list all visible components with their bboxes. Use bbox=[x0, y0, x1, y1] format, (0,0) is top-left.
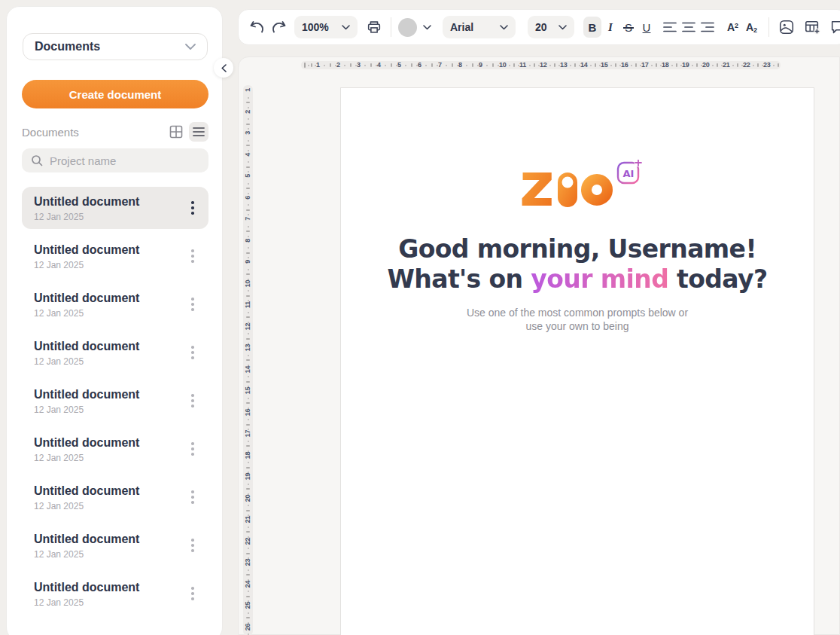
list-view-icon bbox=[193, 127, 205, 137]
editor-toolbar: 100% Arial 20 B I S U A2 A2 bbox=[238, 9, 840, 45]
search-icon bbox=[31, 154, 43, 166]
greeting-line1: Good morning, Username! bbox=[341, 234, 814, 264]
align-center-icon bbox=[682, 22, 695, 32]
underline-button[interactable]: U bbox=[638, 17, 656, 38]
align-right-button[interactable] bbox=[699, 22, 716, 32]
text-color-swatch[interactable] bbox=[398, 18, 417, 37]
document-menu-button[interactable] bbox=[184, 292, 201, 316]
workspace-dropdown-label: Documents bbox=[35, 40, 100, 53]
document-title: Untitled document bbox=[34, 291, 184, 306]
document-menu-button[interactable] bbox=[184, 485, 201, 509]
ai-badge: AI bbox=[618, 160, 643, 183]
chevron-down-icon bbox=[342, 25, 350, 30]
document-list-item[interactable]: Untitled document 12 Jan 2025 bbox=[22, 428, 208, 470]
document-date: 12 Jan 2025 bbox=[34, 212, 184, 222]
document-menu-button[interactable] bbox=[184, 196, 201, 220]
document-title: Untitled document bbox=[34, 339, 184, 354]
document-menu-button[interactable] bbox=[184, 582, 201, 606]
font-family-dropdown[interactable]: Arial bbox=[443, 16, 516, 38]
greeting-subtext: Use one of the most common prompts below… bbox=[341, 306, 814, 333]
zio-logo: z AI bbox=[507, 160, 647, 219]
chevron-down-icon bbox=[558, 25, 567, 30]
document-date: 12 Jan 2025 bbox=[34, 597, 184, 608]
document-list-item[interactable]: Untitled document 12 Jan 2025 bbox=[22, 572, 208, 615]
document-date: 12 Jan 2025 bbox=[34, 356, 184, 367]
subscript-button[interactable]: A2 bbox=[742, 21, 761, 33]
zoom-dropdown[interactable]: 100% bbox=[294, 16, 358, 38]
align-left-button[interactable] bbox=[662, 22, 678, 32]
greeting-highlight: your mind bbox=[531, 264, 668, 294]
horizontal-ruler[interactable]: 1234567891011121314151617181920212223 bbox=[301, 61, 781, 69]
documents-section-title: Documents bbox=[22, 126, 163, 139]
greeting-heading: Good morning, Username! What's on your m… bbox=[341, 234, 814, 295]
superscript-button[interactable]: A2 bbox=[723, 21, 742, 33]
grid-view-button[interactable] bbox=[166, 122, 186, 142]
document-date: 12 Jan 2025 bbox=[34, 405, 184, 415]
document-menu-button[interactable] bbox=[184, 244, 201, 268]
document-menu-button[interactable] bbox=[184, 389, 201, 413]
document-list-item[interactable]: Untitled document 12 Jan 2025 bbox=[22, 380, 208, 422]
search-input[interactable] bbox=[50, 154, 185, 167]
document-date: 12 Jan 2025 bbox=[34, 453, 184, 463]
font-size-dropdown[interactable]: 20 bbox=[528, 16, 574, 38]
chevron-down-icon bbox=[423, 25, 431, 30]
sidebar: Documents Create document Documents Unti… bbox=[6, 6, 223, 635]
document-list-item[interactable]: Untitled document 12 Jan 2025 bbox=[22, 283, 208, 325]
insert-table-button[interactable] bbox=[802, 19, 822, 35]
chevron-left-icon bbox=[221, 64, 227, 72]
document-list-item[interactable]: Untitled document 12 Jan 2025 bbox=[22, 476, 208, 518]
document-date: 12 Jan 2025 bbox=[34, 260, 184, 270]
document-date: 12 Jan 2025 bbox=[34, 308, 184, 319]
document-menu-button[interactable] bbox=[184, 437, 201, 461]
document-title: Untitled document bbox=[34, 243, 184, 258]
print-button[interactable] bbox=[365, 19, 383, 35]
document-list: Untitled document 12 Jan 2025 Untitled d… bbox=[22, 187, 208, 621]
document-title: Untitled document bbox=[34, 580, 184, 595]
align-center-button[interactable] bbox=[680, 22, 697, 32]
redo-button[interactable] bbox=[269, 20, 288, 35]
image-icon bbox=[778, 19, 795, 35]
document-page[interactable]: z AI Good morning, Username! What's on y… bbox=[340, 87, 814, 635]
font-family-value: Arial bbox=[450, 21, 473, 33]
insert-image-button[interactable] bbox=[777, 19, 796, 35]
color-dropdown[interactable] bbox=[420, 25, 434, 30]
chevron-down-icon bbox=[500, 25, 508, 30]
document-date: 12 Jan 2025 bbox=[34, 549, 184, 560]
vertical-ruler[interactable]: 1234567891011121314151617181920212223242… bbox=[243, 85, 253, 635]
document-list-item[interactable]: Untitled document 12 Jan 2025 bbox=[22, 187, 208, 229]
document-list-item[interactable]: Untitled document 12 Jan 2025 bbox=[22, 524, 208, 566]
list-view-button[interactable] bbox=[189, 122, 208, 142]
undo-button[interactable] bbox=[248, 20, 267, 35]
workspace-dropdown[interactable]: Documents bbox=[23, 33, 208, 60]
printer-icon bbox=[366, 19, 382, 35]
document-title: Untitled document bbox=[34, 435, 184, 450]
greeting-line2: What's on your mind today? bbox=[341, 264, 814, 295]
chevron-down-icon bbox=[185, 44, 196, 50]
redo-icon bbox=[270, 20, 287, 35]
strikethrough-button[interactable]: S bbox=[619, 17, 638, 38]
document-list-item[interactable]: Untitled document 12 Jan 2025 bbox=[22, 235, 208, 277]
document-title: Untitled document bbox=[34, 194, 184, 209]
document-date: 12 Jan 2025 bbox=[34, 501, 184, 511]
svg-text:AI: AI bbox=[623, 168, 635, 179]
zoom-value: 100% bbox=[302, 21, 329, 33]
undo-icon bbox=[249, 20, 266, 35]
editor-canvas: 1234567891011121314151617181920212223 12… bbox=[238, 56, 840, 635]
table-plus-icon bbox=[804, 19, 820, 35]
align-left-icon bbox=[663, 22, 677, 32]
document-menu-button[interactable] bbox=[184, 340, 201, 365]
document-title: Untitled document bbox=[34, 532, 184, 547]
document-search[interactable] bbox=[22, 148, 208, 172]
logo-letter-o bbox=[586, 179, 607, 200]
bold-button[interactable]: B bbox=[583, 17, 601, 38]
create-document-button[interactable]: Create document bbox=[22, 80, 208, 108]
font-size-value: 20 bbox=[535, 21, 547, 33]
document-title: Untitled document bbox=[34, 484, 184, 499]
comment-icon bbox=[829, 19, 840, 35]
italic-button[interactable]: I bbox=[601, 17, 619, 38]
align-right-icon bbox=[701, 22, 714, 32]
comment-button[interactable] bbox=[828, 19, 840, 35]
document-menu-button[interactable] bbox=[184, 533, 201, 557]
document-list-item[interactable]: Untitled document 12 Jan 2025 bbox=[22, 331, 208, 374]
sidebar-collapse-button[interactable] bbox=[214, 58, 233, 78]
